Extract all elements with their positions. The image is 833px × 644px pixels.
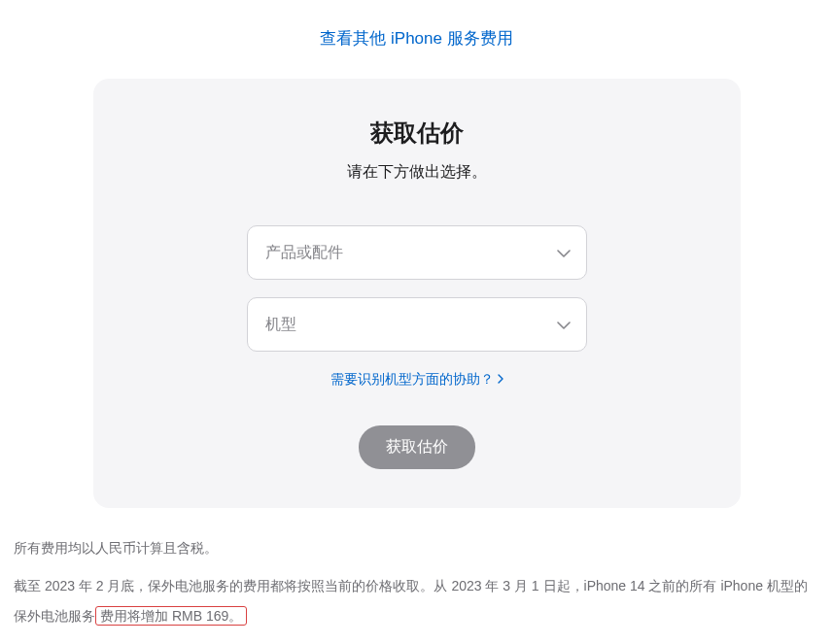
submit-row: 获取估价: [132, 425, 702, 469]
product-select-placeholder: 产品或配件: [265, 243, 343, 263]
chevron-down-icon: [557, 316, 571, 333]
footer-line-2: 截至 2023 年 2 月底，保外电池服务的费用都将按照当前的价格收取。从 20…: [14, 571, 819, 631]
other-services-link[interactable]: 查看其他 iPhone 服务费用: [320, 29, 512, 48]
chevron-down-icon: [557, 244, 571, 261]
get-estimate-button[interactable]: 获取估价: [359, 425, 475, 469]
estimate-card: 获取估价 请在下方做出选择。 产品或配件 机型 需要识别机型方面的协助？ 获取估…: [93, 79, 741, 508]
product-select-wrapper: 产品或配件: [247, 225, 587, 280]
product-select[interactable]: 产品或配件: [247, 225, 587, 280]
model-select-wrapper: 机型: [247, 297, 587, 352]
model-select[interactable]: 机型: [247, 297, 587, 352]
model-select-placeholder: 机型: [265, 315, 296, 335]
price-increase-highlight: 费用将增加 RMB 169。: [95, 606, 247, 626]
chevron-right-icon: [498, 373, 503, 387]
identify-model-help-link[interactable]: 需要识别机型方面的协助？: [330, 371, 503, 389]
card-title: 获取估价: [132, 118, 702, 149]
top-link-container: 查看其他 iPhone 服务费用: [0, 0, 833, 67]
help-link-label: 需要识别机型方面的协助？: [330, 371, 494, 389]
footer-line-1: 所有费用均以人民币计算且含税。: [14, 533, 819, 563]
footer-notes: 所有费用均以人民币计算且含税。 截至 2023 年 2 月底，保外电池服务的费用…: [0, 508, 833, 630]
card-subtitle: 请在下方做出选择。: [132, 162, 702, 183]
